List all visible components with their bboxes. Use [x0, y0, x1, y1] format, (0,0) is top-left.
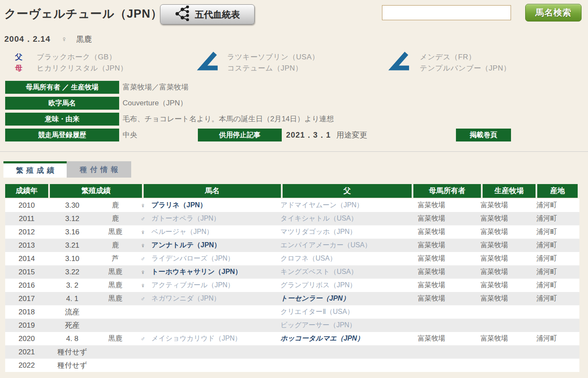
cell-sire-name[interactable]: グランプリボス（JPN） — [280, 281, 412, 290]
cell-owner: 富菜牧場 — [412, 334, 480, 343]
cell-coat: 芦 — [96, 254, 134, 263]
cell-owner: 富菜牧場 — [412, 281, 480, 290]
cell-year: 2020 — [5, 335, 48, 343]
gen3-sire-name: メンデス（FR） — [420, 52, 476, 62]
table-row: 2021 種付せず — [5, 345, 579, 359]
info-value-registration: 中央 — [123, 129, 137, 141]
cell-origin: 浦河町 — [536, 201, 579, 210]
cell-sex: ♂ — [134, 335, 151, 342]
cell-owner: 富菜牧場 — [412, 227, 480, 237]
table-row: 2014 3.10 芦 ♂ ライデンバローズ（JPN） クロフネ（USA） 富菜… — [5, 252, 579, 265]
cell-sire-name[interactable]: アドマイヤムーン（JPN） — [280, 201, 412, 210]
cell-sex: ♀ — [134, 242, 151, 249]
table-row: 2010 3.30 鹿 ♀ プラリネ（JPN） アドマイヤムーン（JPN） 富菜… — [5, 199, 579, 212]
cell-foal-name[interactable]: ライデンバローズ（JPN） — [151, 254, 280, 263]
cell-sire-name[interactable]: マツリダゴッホ（JPN） — [280, 227, 412, 237]
cell-owner: 富菜牧場 — [412, 214, 480, 223]
cell-year: 2012 — [5, 228, 48, 237]
published-volume-button[interactable]: 掲載巻頁 — [456, 129, 511, 141]
cell-year: 2017 — [5, 295, 48, 303]
cell-foal-name[interactable]: メイショウカリウド（JPN） — [151, 334, 280, 343]
sire-label: 父 — [15, 52, 22, 62]
cell-sex: ♀ — [134, 202, 151, 209]
horse-name-search-button[interactable]: 馬名検索 — [525, 4, 582, 22]
col-header-year: 成績年 — [5, 184, 48, 198]
gen2-dam-name: コステューム（JPN） — [227, 63, 303, 73]
page-title: クーヴェルチュール（JPN） — [4, 6, 163, 22]
cell-sex: ♂ — [134, 295, 151, 302]
table-row: 2015 3.22 黒鹿 ♀ トーホウキャサリン（JPN） キングズベスト（US… — [5, 265, 579, 279]
cell-foal-name[interactable]: ネガワンニダ（JPN） — [151, 294, 280, 303]
cell-owner: 富菜牧場 — [412, 241, 480, 250]
table-row: 2013 3.21 鹿 ♀ アンナトルテ（JPN） エンパイアメーカー（USA）… — [5, 239, 579, 252]
table-header-row: 成績年 繁殖成績 馬名 父 母馬所有者 生産牧場 産地 — [5, 184, 579, 198]
horse-name-search-input[interactable] — [382, 5, 511, 20]
cell-origin: 浦河町 — [536, 254, 579, 263]
cell-origin: 浦河町 — [536, 241, 579, 250]
suspension-date: 2021．3．1 — [286, 131, 331, 139]
cell-origin: 浦河町 — [536, 281, 579, 290]
cell-origin: 浦河町 — [536, 214, 579, 223]
dam-name: ヒカリクリスタル（JPN） — [37, 63, 128, 73]
cell-foal-name[interactable]: ベルージャ（JPN） — [151, 227, 280, 237]
cell-year: 2015 — [5, 268, 48, 277]
info-value-latin-name: Couverture（JPN） — [123, 97, 187, 110]
cell-year: 2013 — [5, 241, 48, 250]
cell-coat: 黒鹿 — [96, 334, 134, 343]
cell-owner: 富菜牧場 — [412, 294, 480, 303]
cell-owner: 富菜牧場 — [412, 267, 480, 277]
cell-farm: 富菜牧場 — [480, 201, 536, 210]
cell-year: 2016 — [5, 281, 48, 290]
cell-year: 2021 — [5, 348, 48, 356]
cell-foal-name[interactable]: プラリネ（JPN） — [151, 201, 280, 210]
sex-symbol: ♀ — [62, 35, 68, 43]
five-gen-pedigree-button[interactable]: 五代血統表 — [160, 4, 255, 25]
suspension-notice-label: 供用停止記事 — [198, 129, 282, 141]
gen2-sire-name: ラツキーソブリン（USA） — [227, 52, 319, 62]
cell-foal-name[interactable]: ガトーオペラ（JPN） — [151, 214, 280, 223]
birth-info-row: 2004．2.14 ♀ 黒鹿 — [4, 34, 92, 45]
cell-coat: 鹿 — [96, 214, 134, 223]
cell-coat: 黒鹿 — [96, 267, 134, 277]
col-header-result: 繁殖成績 — [50, 184, 142, 198]
info-label-owner-farm: 母馬所有者 ／ 生産牧場 — [5, 81, 119, 94]
cell-result: 種付せず — [48, 347, 96, 357]
breeding-results-table: 成績年 繁殖成績 馬名 父 母馬所有者 生産牧場 産地 2010 3.30 鹿 … — [5, 184, 579, 372]
tab-covering-info[interactable]: 種付情報 — [67, 161, 131, 178]
suspension-notice-value: 2021．3．1 用途変更 — [286, 129, 367, 141]
table-row: 2022 種付せず — [5, 359, 579, 372]
cell-farm: 富菜牧場 — [480, 214, 536, 223]
cell-result: 3.16 — [48, 228, 96, 237]
tab-breeding-results[interactable]: 繁殖成績 — [3, 161, 67, 178]
cell-year: 2018 — [5, 308, 48, 317]
cell-sire-name[interactable]: クリエイターⅡ（USA） — [280, 307, 412, 317]
cell-origin: 浦河町 — [536, 294, 579, 303]
cell-coat: 鹿 — [96, 241, 134, 250]
cell-foal-name[interactable]: アクティブガール（JPN） — [151, 281, 280, 290]
cell-sire-name[interactable]: キングズベスト（USA） — [280, 267, 412, 277]
cell-sire-name[interactable]: タイキシャトル（USA） — [280, 214, 412, 223]
cell-foal-name[interactable]: トーホウキャサリン（JPN） — [151, 267, 280, 277]
cell-farm: 富菜牧場 — [480, 227, 536, 237]
col-header-origin: 産地 — [537, 184, 578, 198]
cell-farm: 富菜牧場 — [480, 254, 536, 263]
cell-origin: 浦河町 — [536, 267, 579, 277]
coat-color: 黒鹿 — [76, 35, 92, 43]
cell-result: 3.22 — [48, 268, 96, 277]
table-row: 2012 3.16 黒鹿 ♀ ベルージャ（JPN） マツリダゴッホ（JPN） 富… — [5, 225, 579, 239]
table-row: 2018 流産 クリエイターⅡ（USA） — [5, 305, 579, 319]
suspension-note: 用途変更 — [336, 131, 367, 139]
section-divider — [0, 151, 588, 152]
cell-foal-name[interactable]: アンナトルテ（JPN） — [151, 241, 280, 250]
cell-origin: 浦河町 — [536, 227, 579, 237]
col-header-owner: 母馬所有者 — [413, 184, 481, 198]
cell-farm: 富菜牧場 — [480, 281, 536, 290]
cell-sire-name[interactable]: ホッコータルマエ（JPN） — [280, 334, 412, 343]
cell-coat: 黒鹿 — [96, 227, 134, 237]
cell-sire-name[interactable]: トーセンラー（JPN） — [280, 294, 412, 303]
cell-owner: 富菜牧場 — [412, 254, 480, 263]
cell-sire-name[interactable]: ビッグアーサー（JPN） — [280, 321, 412, 330]
cell-sire-name[interactable]: クロフネ（USA） — [280, 254, 412, 263]
cell-sire-name[interactable]: エンパイアメーカー（USA） — [280, 241, 412, 250]
col-header-farm: 生産牧場 — [483, 184, 536, 198]
